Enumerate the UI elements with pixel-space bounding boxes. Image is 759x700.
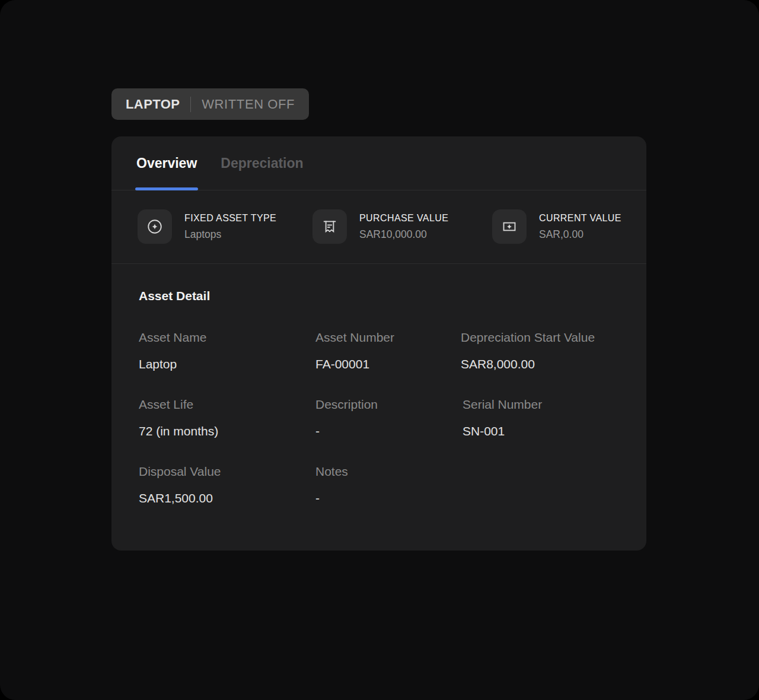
field-value: SAR8,000.00 [461,357,619,371]
sparkle-circle-icon [138,209,172,244]
field-value: SN-001 [463,424,619,438]
field-label: Description [315,397,461,412]
tab-depreciation[interactable]: Depreciation [221,136,303,190]
stat-current-value: CURRENT VALUE SAR,0.00 [492,209,621,244]
badge-divider [190,97,191,112]
stat-value: SAR,0.00 [539,228,621,241]
field-description: Description - [315,397,461,438]
asset-status-badge: LAPTOP WRITTEN OFF [111,88,309,120]
field-value: FA-00001 [315,357,461,371]
status-badge: WRITTEN OFF [202,97,295,112]
field-label: Asset Number [315,330,461,345]
stat-value: SAR10,000.00 [359,228,448,241]
field-notes: Notes - [315,464,461,505]
stat-label: FIXED ASSET TYPE [184,213,276,224]
field-value: 72 (in months) [139,424,315,438]
field-label: Serial Number [463,397,619,412]
field-disposal-value: Disposal Value SAR1,500.00 [139,464,315,505]
field-label: Depreciation Start Value [461,330,619,345]
stat-purchase-value: PURCHASE VALUE SAR10,000.00 [312,209,492,244]
banknote-sparkle-icon [492,209,527,244]
stat-text: FIXED ASSET TYPE Laptops [184,213,276,241]
stat-label: PURCHASE VALUE [359,213,448,224]
field-value: - [315,491,461,505]
field-grid: Asset Name Laptop Asset Number FA-00001 … [139,330,619,505]
field-empty [461,464,619,505]
app-window: LAPTOP WRITTEN OFF Overview Depreciation [0,0,759,700]
stat-label: CURRENT VALUE [539,213,621,224]
field-value: - [315,424,461,438]
field-label: Notes [315,464,461,479]
section-heading: Asset Detail [139,289,619,303]
asset-detail-page: LAPTOP WRITTEN OFF Overview Depreciation [111,88,646,551]
asset-detail-section: Asset Detail Asset Name Laptop Asset Num… [111,264,646,551]
field-asset-life: Asset Life 72 (in months) [139,397,315,438]
tab-overview[interactable]: Overview [136,136,197,190]
field-label: Asset Name [139,330,315,345]
stat-fixed-asset-type: FIXED ASSET TYPE Laptops [138,209,312,244]
field-label: Disposal Value [139,464,315,479]
stat-text: PURCHASE VALUE SAR10,000.00 [359,213,448,241]
field-value: SAR1,500.00 [139,491,315,505]
asset-name-label: LAPTOP [126,97,180,112]
field-depreciation-start-value: Depreciation Start Value SAR8,000.00 [461,330,619,371]
tab-bar: Overview Depreciation [111,136,646,190]
field-asset-number: Asset Number FA-00001 [315,330,461,371]
stat-value: Laptops [184,228,276,241]
receipt-icon [312,209,347,244]
asset-detail-card: Overview Depreciation FIXED ASSET TYPE L… [111,136,646,551]
field-value: Laptop [139,357,315,371]
field-label: Asset Life [139,397,315,412]
field-serial-number: Serial Number SN-001 [461,397,619,438]
stats-row: FIXED ASSET TYPE Laptops PU [111,190,646,264]
stat-text: CURRENT VALUE SAR,0.00 [539,213,621,241]
field-asset-name: Asset Name Laptop [139,330,315,371]
